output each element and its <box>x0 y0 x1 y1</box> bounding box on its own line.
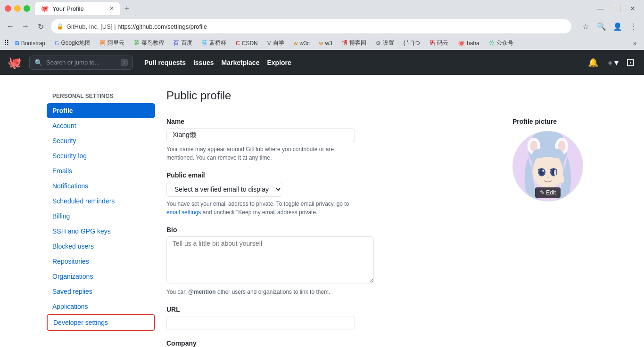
sidebar-item-ssh-gpg[interactable]: SSH and GPG keys <box>47 224 155 239</box>
minimize-btn[interactable] <box>14 5 21 12</box>
maximize-btn[interactable] <box>24 5 30 12</box>
sidebar-item-saved-replies[interactable]: Saved replies <box>47 284 155 299</box>
menu-btn[interactable]: ⋮ <box>627 20 640 33</box>
bookmark-w3[interactable]: w w3 <box>315 39 336 48</box>
svg-rect-13 <box>554 176 564 183</box>
bookmark-aliyun[interactable]: 阿 阿里云 <box>96 38 128 48</box>
bookmark-lanqiao[interactable]: 蓝 蓝桥杯 <box>198 38 230 48</box>
bookmark-zixue[interactable]: V 自学 <box>264 38 288 48</box>
main-with-picture: Name Your name may appear around GitHub … <box>166 118 597 347</box>
email-group: Public email Select a verified email to … <box>166 171 494 217</box>
new-tab-btn[interactable]: + <box>120 1 134 16</box>
refresh-btn[interactable]: ↻ <box>34 20 47 33</box>
sidebar-item-blocked-users[interactable]: Blocked users <box>47 239 155 254</box>
bookmark-w3c[interactable]: w w3c <box>290 39 314 48</box>
window-minimize-btn[interactable]: — <box>594 2 607 15</box>
email-label: Public email <box>166 171 494 179</box>
bookmark-gongzhonghao[interactable]: 公 公众号 <box>485 38 517 48</box>
bio-group: Bio You can @mention other users and org… <box>166 226 494 296</box>
github-topnav: 🐙 🔍 / Pull requests Issues Marketplace E… <box>0 50 644 75</box>
main-form: Name Your name may appear around GitHub … <box>166 118 494 347</box>
lock-icon: 🔒 <box>57 23 64 30</box>
bookmarks-bar: ⠿ B Bootstrap G Google地图 阿 阿里云 菜 菜鸟教程 百 … <box>0 36 644 50</box>
sidebar-item-security-log[interactable]: Security log <box>47 148 155 163</box>
sidebar-item-billing[interactable]: Billing <box>47 209 155 224</box>
sidebar-item-applications[interactable]: Applications <box>47 299 155 314</box>
bookmark-baidu[interactable]: 百 百度 <box>170 38 196 48</box>
address-bar[interactable]: 🔒 GitHub, Inc. [US] | https://github.com… <box>51 19 571 33</box>
url-input[interactable] <box>166 316 355 330</box>
forward-btn[interactable]: → <box>19 20 32 33</box>
sidebar-item-security[interactable]: Security <box>47 133 155 148</box>
profile-picture-label: Profile picture <box>512 118 597 125</box>
notifications-btn[interactable]: 🔔 <box>586 56 600 70</box>
sidebar-item-organizations[interactable]: Organizations <box>47 269 155 284</box>
sidebar-item-emails[interactable]: Emails <box>47 163 155 178</box>
window-close-btn[interactable]: ✕ <box>626 2 639 15</box>
search-input[interactable] <box>46 59 117 66</box>
svg-line-15 <box>558 171 558 175</box>
window-restore-btn[interactable]: ⬜ <box>610 2 623 15</box>
name-input[interactable] <box>166 128 355 142</box>
zoom-btn[interactable]: 🔍 <box>595 20 608 33</box>
back-btn[interactable]: ← <box>4 20 17 33</box>
sidebar-item-notifications[interactable]: Notifications <box>47 178 155 194</box>
bio-hint: You can @mention other users and organiz… <box>166 288 355 296</box>
nav-marketplace[interactable]: Marketplace <box>222 59 260 66</box>
sidebar-item-profile[interactable]: Profile <box>47 103 155 118</box>
url-label: URL <box>166 306 494 313</box>
search-icon: 🔍 <box>34 59 42 66</box>
settings-main: Public profile Name Your name may appear… <box>166 89 597 347</box>
sidebar-item-repositories[interactable]: Repositories <box>47 254 155 269</box>
sidebar-item-scheduled-reminders[interactable]: Scheduled reminders <box>47 194 155 209</box>
browser-tab[interactable]: 🐙 Your Profile ✕ <box>35 2 120 15</box>
bookmark-csdn[interactable]: C CSDN <box>232 39 262 48</box>
nav-issues[interactable]: Issues <box>193 59 214 66</box>
nav-explore[interactable]: Explore <box>267 59 291 66</box>
edit-picture-btn[interactable]: ✎ Edit <box>535 187 561 198</box>
bio-textarea[interactable] <box>166 236 374 283</box>
nav-right: 🔔 ＋▾ ⊡ <box>586 55 636 71</box>
profile-picture-section: Profile picture <box>512 118 597 347</box>
bookmark-gitee[interactable]: 码 码云 <box>426 38 452 48</box>
settings-container: Personal settings Profile Account Securi… <box>39 75 605 347</box>
apps-icon[interactable]: ⠿ <box>4 39 9 48</box>
bookmark-cnblogs[interactable]: 博 博客园 <box>338 38 370 48</box>
bookmark-runoob[interactable]: 菜 菜鸟教程 <box>130 38 168 48</box>
settings-sidebar: Personal settings Profile Account Securi… <box>47 89 155 347</box>
tab-close-btn[interactable]: ✕ <box>109 5 114 12</box>
bookmark-google-maps[interactable]: G Google地图 <box>51 38 94 48</box>
github-logo[interactable]: 🐙 <box>8 56 22 69</box>
name-group: Name Your name may appear around GitHub … <box>166 118 494 162</box>
company-label: Company <box>166 339 494 347</box>
search-bar[interactable]: 🔍 / <box>29 56 133 70</box>
address-text: GitHub, Inc. [US] | https://github.com/s… <box>66 23 207 30</box>
svg-point-11 <box>542 170 544 172</box>
bio-label: Bio <box>166 226 494 234</box>
bookmark-settings[interactable]: ⚙ 设置 <box>372 38 398 48</box>
tab-title: Your Profile <box>52 5 84 12</box>
svg-point-2 <box>532 153 563 188</box>
mention-strong: @mention <box>188 289 215 295</box>
email-settings-link[interactable]: email settings <box>166 209 201 216</box>
close-btn[interactable] <box>5 5 11 12</box>
profile-picture-wrapper: ✎ Edit <box>512 131 583 202</box>
bookmark-haha[interactable]: 🐙 haha <box>454 39 483 48</box>
search-shortcut: / <box>121 59 128 66</box>
email-select[interactable]: Select a verified email to display <box>166 182 282 197</box>
sidebar-item-account[interactable]: Account <box>47 118 155 133</box>
company-group: Company You can @mention your company's … <box>166 339 494 347</box>
account-btn[interactable]: 👤 <box>611 20 624 33</box>
new-btn[interactable]: ＋▾ <box>604 55 620 70</box>
name-hint: Your name may appear around GitHub where… <box>166 145 355 162</box>
user-menu-btn[interactable]: ⊡ <box>624 55 636 71</box>
bookmark-btn[interactable]: ☆ <box>579 20 592 33</box>
bookmark-more-btn[interactable]: » <box>629 39 640 48</box>
bookmark-bootstrap[interactable]: B Bootstrap <box>11 39 49 48</box>
bookmark-face[interactable]: ( '- ')つ <box>400 38 424 48</box>
email-hint: You have set your email address to priva… <box>166 200 355 217</box>
sidebar-item-developer-settings[interactable]: Developer settings <box>47 314 155 331</box>
svg-line-14 <box>555 172 556 176</box>
nav-pull-requests[interactable]: Pull requests <box>144 59 186 66</box>
sidebar-heading: Personal settings <box>47 89 155 103</box>
